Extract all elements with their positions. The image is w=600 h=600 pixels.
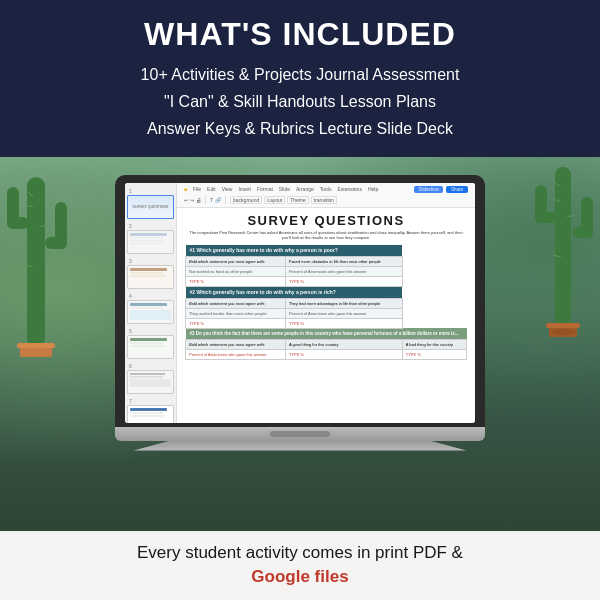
laptop-screen: 1 SURVEY QUESTIONS 2 [125, 183, 475, 423]
q2-answer2: They had more advantages in life than ot… [285, 298, 402, 308]
q1-bold-label: Bold which statement you most agree with… [186, 256, 286, 266]
slide-thumb-3[interactable] [127, 265, 174, 289]
svg-rect-15 [581, 197, 593, 238]
q2-type-row: TYPE % TYPE % [186, 318, 467, 328]
slides-menu-slide[interactable]: Slide [279, 186, 290, 192]
q1-type-row: TYPE % TYPE % [186, 276, 467, 286]
q2-type1: TYPE % [186, 318, 286, 328]
q3-type-row: Percent of Americans who gave this answe… [186, 349, 467, 359]
q1-type1: TYPE % [186, 276, 286, 286]
slides-sidebar: 1 SURVEY QUESTIONS 2 [125, 183, 177, 423]
footer-text-line2: Google files [251, 567, 348, 586]
header-title: WHAT'S INCLUDED [20, 16, 580, 53]
q2-header: #2 Which generally has more to do with w… [186, 286, 403, 298]
q2-header-row: #2 Which generally has more to do with w… [186, 286, 467, 298]
header-line1: 10+ Activities & Projects Journal Assess… [20, 61, 580, 88]
q3-bold-label: Bold which statement you most agree with… [186, 339, 286, 349]
slide-thumb-2[interactable] [127, 230, 174, 254]
laptop-base [115, 427, 485, 441]
svg-point-22 [551, 329, 575, 335]
slides-menu-extensions[interactable]: Extensions [337, 186, 361, 192]
slides-menu-edit[interactable]: Edit [207, 186, 216, 192]
slide-thumb-6[interactable] [127, 370, 174, 394]
q3-type1: TYPE % [285, 349, 402, 359]
header-line2: "I Can" & Skill Handouts Lesson Plans [20, 88, 580, 115]
svg-rect-13 [535, 185, 547, 223]
footer-text: Every student activity comes in print PD… [137, 541, 463, 590]
q3-answer1: A good thing for this country [285, 339, 402, 349]
slides-toolbar: ■ File Edit View Insert Format Slide Arr… [177, 183, 475, 208]
survey-table: #1 Which generally has more to do with w… [185, 245, 467, 360]
q2-answer1: They worked harder than most other peopl… [186, 308, 286, 318]
svg-rect-21 [546, 323, 580, 328]
footer-text-line1: Every student activity comes in print PD… [137, 543, 463, 562]
slide-thumb-1[interactable]: SURVEY QUESTIONS [127, 195, 174, 219]
slides-menu-arrange[interactable]: Arrange [296, 186, 314, 192]
q3-header: #3 Do you think the fact that there are … [186, 328, 467, 339]
svg-rect-11 [555, 167, 571, 327]
laptop: 1 SURVEY QUESTIONS 2 [115, 175, 485, 451]
q1-answer2: Faced more obstacles in life than most o… [285, 256, 402, 266]
q1-answer1: Not worked as hard as other people [186, 266, 286, 276]
laptop-body: 1 SURVEY QUESTIONS 2 [115, 175, 485, 451]
slides-menu-format[interactable]: Format [257, 186, 273, 192]
q2-bold-label: Bold which statement you most agree with… [186, 298, 286, 308]
header-items: 10+ Activities & Projects Journal Assess… [20, 61, 580, 143]
q1-percent: Percent of Americans who gave this answe… [285, 266, 402, 276]
q2-bold-row: Bold which statement you most agree with… [186, 298, 467, 308]
q3-bold-row: Bold which statement you most agree with… [186, 339, 467, 349]
header-line3: Answer Keys & Rubrics Lecture Slide Deck [20, 115, 580, 142]
slides-menu-insert[interactable]: Insert [238, 186, 251, 192]
slideshow-button[interactable]: Slideshow [414, 186, 443, 193]
q3-header-row: #3 Do you think the fact that there are … [186, 328, 467, 339]
q3-type2: TYPE % [402, 349, 466, 359]
q2-type2: TYPE % [285, 318, 402, 328]
q1-header: #1 Which generally has more to do with w… [186, 245, 403, 257]
svg-rect-0 [27, 177, 45, 347]
q1-header-row: #1 Which generally has more to do with w… [186, 245, 467, 257]
slide-main-area: ■ File Edit View Insert Format Slide Arr… [177, 183, 475, 423]
svg-rect-4 [55, 202, 67, 249]
footer-caption: Every student activity comes in print PD… [0, 531, 600, 600]
footer-highlight: Google files [251, 567, 348, 586]
slide-thumb-4[interactable] [127, 300, 174, 324]
laptop-stand [115, 441, 485, 451]
slide-thumb-5[interactable] [127, 335, 174, 359]
slide-thumb-7[interactable] [127, 405, 174, 423]
share-button[interactable]: Share [446, 186, 468, 193]
page-container: WHAT'S INCLUDED 10+ Activities & Project… [0, 0, 600, 600]
q3-percent: Percent of Americans who gave this answe… [186, 349, 286, 359]
q2-percent: Percent of Americans who gave this answe… [285, 308, 402, 318]
laptop-screen-outer: 1 SURVEY QUESTIONS 2 [115, 175, 485, 427]
cactus-right-icon [525, 157, 600, 346]
main-image-section: 1 SURVEY QUESTIONS 2 [0, 157, 600, 600]
slides-menu-file[interactable]: File [193, 186, 201, 192]
q1-bold-row: Bold which statement you most agree with… [186, 256, 467, 266]
slides-menu-help[interactable]: Help [368, 186, 378, 192]
q3-answer2: A bad thing for this country [402, 339, 466, 349]
q1-answer-row: Not worked as hard as other people Perce… [186, 266, 467, 276]
laptop-notch [270, 431, 330, 437]
slides-menu-tools[interactable]: Tools [320, 186, 332, 192]
survey-title: SURVEY QUESTIONS [185, 213, 467, 228]
slide-content: SURVEY QUESTIONS The nonpartisan Pew Res… [177, 208, 475, 365]
q1-type2: TYPE % [285, 276, 402, 286]
svg-rect-10 [17, 343, 55, 348]
survey-subtitle: The nonpartisan Pew Research Center has … [185, 230, 467, 241]
q2-answer-row: They worked harder than most other peopl… [186, 308, 467, 318]
cactus-left-icon [0, 157, 80, 361]
header-section: WHAT'S INCLUDED 10+ Activities & Project… [0, 0, 600, 157]
svg-rect-2 [7, 187, 19, 229]
slides-menu-view[interactable]: View [222, 186, 233, 192]
